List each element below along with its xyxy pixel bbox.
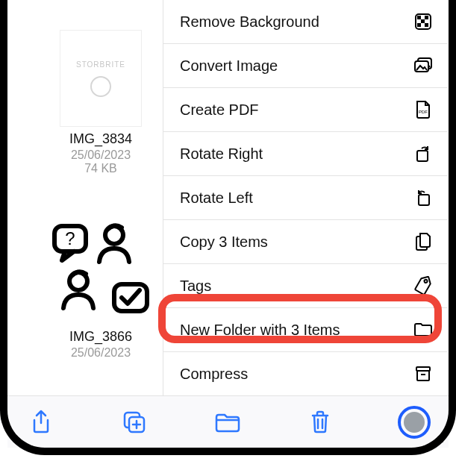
menu-item-label: Rotate Left	[180, 190, 413, 207]
menu-item-label: Tags	[180, 278, 413, 295]
archive-icon	[413, 364, 433, 383]
share-button[interactable]	[25, 407, 57, 438]
thumbnail-date: 25/06/2023	[45, 148, 157, 162]
context-menu: Remove Background Convert Image Create P…	[163, 0, 448, 395]
svg-point-16	[424, 279, 428, 283]
thumbnail-name: IMG_3866	[45, 329, 157, 345]
svg-rect-9	[417, 23, 421, 27]
menu-item-label: Remove Background	[180, 13, 413, 31]
tag-icon	[413, 276, 433, 295]
thumbnail-watermark: STORBRITE	[76, 60, 125, 69]
more-button[interactable]	[398, 406, 431, 439]
thumbnail-preview: ?	[49, 220, 153, 325]
svg-rect-14	[417, 151, 428, 161]
duplicate-icon	[122, 410, 147, 435]
thumbnail-column: STORBRITE IMG_3834 25/06/2023 74 KB ?	[7, 0, 157, 404]
checker-icon	[413, 12, 433, 31]
svg-rect-6	[417, 16, 421, 19]
menu-create-pdf[interactable]: Create PDF PDF	[163, 88, 448, 132]
menu-item-label: Create PDF	[180, 101, 413, 119]
menu-item-label: Compress	[180, 366, 413, 383]
thumbnail-item[interactable]: STORBRITE IMG_3834 25/06/2023 74 KB	[45, 30, 157, 175]
menu-rotate-right[interactable]: Rotate Right	[163, 132, 448, 176]
duplicate-button[interactable]	[119, 407, 150, 438]
svg-rect-15	[419, 195, 429, 205]
trash-icon	[309, 410, 331, 435]
copy-icon	[413, 232, 433, 251]
svg-rect-7	[425, 16, 428, 19]
menu-item-label: Rotate Right	[180, 145, 413, 163]
folder-button[interactable]	[212, 407, 243, 438]
svg-text:?: ?	[65, 228, 75, 248]
folder-plus-icon	[413, 320, 433, 339]
menu-item-label: Copy 3 Items	[180, 234, 413, 251]
images-icon	[413, 56, 433, 75]
pdf-file-icon: PDF	[413, 100, 433, 119]
svg-rect-18	[417, 371, 429, 381]
trash-button[interactable]	[304, 407, 336, 438]
menu-convert-image[interactable]: Convert Image	[163, 44, 448, 88]
thumbnail-item[interactable]: ? IMG_3866 25/06/2	[45, 220, 157, 360]
thumbnail-preview: STORBRITE	[60, 30, 142, 127]
thumbnail-name: IMG_3834	[45, 131, 157, 147]
menu-remove-background[interactable]: Remove Background	[163, 0, 448, 44]
menu-rotate-left[interactable]: Rotate Left	[163, 176, 448, 220]
more-icon	[404, 412, 425, 433]
folder-icon	[214, 411, 241, 433]
menu-compress[interactable]: Compress	[163, 352, 448, 395]
rotate-right-icon	[413, 144, 433, 163]
menu-item-label: New Folder with 3 Items	[180, 322, 413, 339]
svg-text:PDF: PDF	[419, 110, 428, 114]
svg-rect-10	[425, 23, 428, 27]
bottom-toolbar	[7, 395, 449, 448]
thumbnail-size: 74 KB	[45, 162, 157, 175]
people-qr-icon: ?	[49, 220, 153, 325]
thumbnail-date: 25/06/2023	[45, 346, 157, 360]
share-icon	[30, 410, 52, 435]
menu-item-label: Convert Image	[180, 57, 413, 75]
menu-tags[interactable]: Tags	[163, 264, 448, 308]
menu-copy-items[interactable]: Copy 3 Items	[163, 220, 448, 264]
spinner-icon	[90, 76, 111, 97]
svg-rect-8	[421, 19, 425, 23]
rotate-left-icon	[413, 188, 433, 207]
menu-new-folder-with-items[interactable]: New Folder with 3 Items	[163, 308, 448, 352]
